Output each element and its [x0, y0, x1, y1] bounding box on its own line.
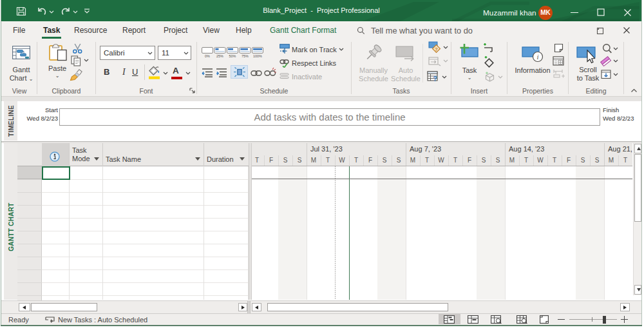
svg-text:F: F — [368, 157, 372, 164]
svg-text:75%: 75% — [242, 54, 249, 58]
svg-text:M: M — [509, 157, 515, 164]
svg-text:0%: 0% — [205, 54, 210, 58]
svg-text:?: ? — [435, 46, 438, 52]
svg-text:F: F — [468, 157, 471, 164]
svg-text:25%: 25% — [216, 54, 223, 58]
svg-text:T: T — [453, 157, 457, 164]
svg-text:S: S — [595, 157, 600, 164]
svg-text:F: F — [269, 157, 273, 164]
svg-text:T: T — [326, 157, 330, 164]
svg-text:T: T — [524, 157, 528, 164]
svg-text:TIMELINE: TIMELINE — [8, 105, 15, 137]
svg-text:S: S — [397, 157, 401, 164]
svg-text:S: S — [482, 157, 486, 164]
svg-text:T: T — [354, 157, 358, 164]
svg-text:T: T — [425, 157, 429, 164]
svg-text:M: M — [311, 157, 316, 164]
svg-text:W: W — [537, 157, 544, 164]
svg-text:T: T — [623, 157, 627, 164]
svg-text:?: ? — [433, 75, 437, 83]
svg-text:M: M — [609, 157, 614, 164]
svg-text:i: i — [536, 53, 538, 61]
svg-text:F: F — [567, 157, 571, 164]
svg-text:M: M — [410, 157, 415, 164]
svg-text:S: S — [298, 157, 302, 164]
svg-text:W: W — [339, 157, 345, 164]
svg-text:T: T — [255, 157, 259, 164]
svg-text:S: S — [383, 157, 387, 164]
svg-text:S: S — [581, 157, 585, 164]
svg-text:S: S — [496, 157, 500, 164]
svg-text:T: T — [553, 157, 556, 164]
svg-text:50%: 50% — [229, 54, 236, 58]
svg-text:W: W — [438, 157, 444, 164]
svg-text:S: S — [283, 157, 288, 164]
svg-text:GANTT CHART: GANTT CHART — [8, 202, 15, 251]
svg-text:100%: 100% — [253, 54, 262, 58]
